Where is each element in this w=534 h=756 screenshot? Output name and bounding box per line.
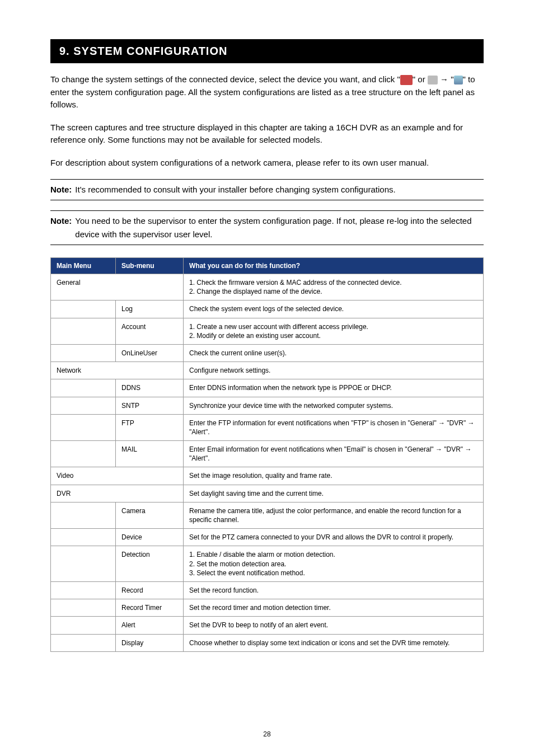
- cell-sub: Device: [116, 529, 184, 546]
- cell-main: [51, 581, 116, 599]
- cell-desc: Set the DVR to beep to notify of an aler…: [184, 617, 484, 634]
- cell-sub: Alert: [116, 617, 184, 634]
- note-label-1: Note:: [50, 183, 75, 196]
- cell-desc: Set the record timer and motion detectio…: [184, 599, 484, 617]
- cell-main: [51, 344, 116, 361]
- th-main: Main Menu: [51, 258, 116, 274]
- cell-main: [51, 414, 116, 440]
- cell-desc: Rename the camera title, adjust the colo…: [184, 502, 484, 528]
- cell-desc: Set the record function.: [184, 581, 484, 599]
- table-row: Detection1. Enable / disable the alarm o…: [51, 546, 484, 582]
- paragraph-3: For description about system configurati…: [50, 157, 484, 170]
- table-row: FTPEnter the FTP information for event n…: [51, 414, 484, 440]
- th-desc: What you can do for this function?: [184, 258, 484, 274]
- cell-desc: 1. Create a new user account with differ…: [184, 318, 484, 344]
- cell-desc: Choose whether to display some text indi…: [184, 634, 484, 651]
- table-body: General1. Check the firmware version & M…: [51, 274, 484, 652]
- table-row: RecordSet the record function.: [51, 581, 484, 599]
- cell-desc: Enter DDNS information when the network …: [184, 379, 484, 397]
- note-text-2: You need to be the supervisor to enter t…: [75, 214, 484, 241]
- cell-main: [51, 546, 116, 582]
- cell-sub: Camera: [116, 502, 184, 528]
- cell-main: General: [51, 274, 184, 300]
- table-row: DVRSet daylight saving time and the curr…: [51, 485, 484, 502]
- cell-sub: Display: [116, 634, 184, 651]
- note-2: Note: You need to be the supervisor to e…: [50, 210, 484, 245]
- cell-sub: Record: [116, 581, 184, 599]
- config-icon-red: [400, 75, 413, 85]
- cell-desc: Enter the FTP information for event noti…: [184, 414, 484, 440]
- paragraph-1: To change the system settings of the con…: [50, 73, 484, 111]
- menu-table: Main Menu Sub-menu What you can do for t…: [50, 257, 484, 652]
- cell-sub: MAIL: [116, 441, 184, 467]
- cell-main: [51, 529, 116, 546]
- section-header: 9. SYSTEM CONFIGURATION: [50, 39, 484, 63]
- note-text-1: It's recommended to consult with your in…: [75, 183, 484, 196]
- cell-desc: Check the system event logs of the selec…: [184, 300, 484, 318]
- table-row: VideoSet the image resolution, quality a…: [51, 467, 484, 485]
- cell-desc: Configure network settings.: [184, 362, 484, 379]
- cell-main: [51, 397, 116, 414]
- p1-text-b: " or: [413, 74, 428, 84]
- th-sub: Sub-menu: [116, 258, 184, 274]
- cell-main: Network: [51, 362, 184, 379]
- cell-sub: DDNS: [116, 379, 184, 397]
- cell-main: [51, 379, 116, 397]
- cell-main: [51, 300, 116, 318]
- table-row: DisplayChoose whether to display some te…: [51, 634, 484, 651]
- submenu-icon: [454, 76, 463, 84]
- cell-desc: 1. Check the firmware version & MAC addr…: [184, 274, 484, 300]
- cell-sub: OnLineUser: [116, 344, 184, 361]
- table-row: SNTPSynchronize your device time with th…: [51, 397, 484, 414]
- cell-desc: Check the current online user(s).: [184, 344, 484, 361]
- table-row: NetworkConfigure network settings.: [51, 362, 484, 379]
- table-row: LogCheck the system event logs of the se…: [51, 300, 484, 318]
- table-row: Record TimerSet the record timer and mot…: [51, 599, 484, 617]
- table-row: DeviceSet for the PTZ camera connected t…: [51, 529, 484, 546]
- cell-sub: FTP: [116, 414, 184, 440]
- p1-text-c: → ": [438, 74, 454, 84]
- toolbar-icon: [428, 76, 438, 84]
- cell-desc: Set the image resolution, quality and fr…: [184, 467, 484, 485]
- cell-desc: Set daylight saving time and the current…: [184, 485, 484, 502]
- cell-sub: Detection: [116, 546, 184, 582]
- cell-main: Video: [51, 467, 184, 485]
- table-row: OnLineUserCheck the current online user(…: [51, 344, 484, 361]
- cell-sub: SNTP: [116, 397, 184, 414]
- page-number: 28: [50, 730, 484, 738]
- cell-main: DVR: [51, 485, 184, 502]
- cell-main: [51, 318, 116, 344]
- cell-sub: Log: [116, 300, 184, 318]
- note-label-2: Note:: [50, 214, 75, 241]
- page-container: 9. SYSTEM CONFIGURATION To change the sy…: [0, 0, 534, 756]
- cell-main: [51, 599, 116, 617]
- cell-main: [51, 441, 116, 467]
- cell-desc: 1. Enable / disable the alarm or motion …: [184, 546, 484, 582]
- table-row: DDNSEnter DDNS information when the netw…: [51, 379, 484, 397]
- cell-desc: Enter Email information for event notifi…: [184, 441, 484, 467]
- cell-desc: Synchronize your device time with the ne…: [184, 397, 484, 414]
- cell-main: [51, 502, 116, 528]
- cell-main: [51, 617, 116, 634]
- table-header-row: Main Menu Sub-menu What you can do for t…: [51, 258, 484, 274]
- cell-desc: Set for the PTZ camera connected to your…: [184, 529, 484, 546]
- paragraph-2: The screen captures and tree structure d…: [50, 121, 484, 147]
- note-1: Note: It's recommended to consult with y…: [50, 179, 484, 200]
- p1-text-a: To change the system settings of the con…: [50, 74, 400, 84]
- table-row: Account1. Create a new user account with…: [51, 318, 484, 344]
- cell-main: [51, 634, 116, 651]
- cell-sub: Account: [116, 318, 184, 344]
- table-row: MAILEnter Email information for event no…: [51, 441, 484, 467]
- cell-sub: Record Timer: [116, 599, 184, 617]
- table-row: General1. Check the firmware version & M…: [51, 274, 484, 300]
- table-row: CameraRename the camera title, adjust th…: [51, 502, 484, 528]
- table-row: AlertSet the DVR to beep to notify of an…: [51, 617, 484, 634]
